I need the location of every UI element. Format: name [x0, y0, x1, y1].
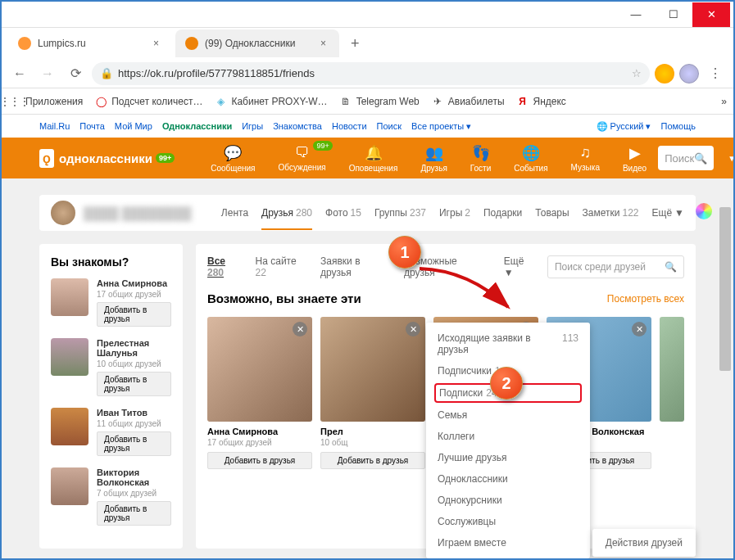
addr-bar: ← → ⟳ 🔒 https://ok.ru/profile/5777981188…: [2, 59, 733, 88]
nav-messages[interactable]: 💬Сообщения: [199, 144, 266, 173]
dismiss-icon[interactable]: ✕: [293, 322, 307, 336]
nav-discussions[interactable]: 99+🗨Обсуждения: [267, 144, 338, 172]
url-input[interactable]: 🔒 https://ok.ru/profile/577798118851/fri…: [92, 62, 650, 85]
apps-button[interactable]: ⋮⋮⋮Приложения: [8, 95, 83, 108]
bookmark-1[interactable]: ◯Подсчет количест…: [94, 95, 202, 108]
nav-video[interactable]: ▶Видео: [611, 144, 658, 173]
avatar-dropdown-icon[interactable]: ▼: [728, 154, 735, 163]
bookmark-2[interactable]: ◈Кабинет PROXY-W…: [214, 95, 327, 108]
window-close-button[interactable]: ✕: [692, 2, 730, 27]
window-minimize-button[interactable]: —: [617, 2, 655, 27]
forward-button[interactable]: →: [36, 62, 59, 85]
sug-avatar[interactable]: [51, 467, 88, 505]
back-button[interactable]: ←: [8, 62, 31, 85]
tab-friends[interactable]: Друзья280: [261, 207, 312, 230]
friend-actions-dropdown[interactable]: Действия друзей: [592, 529, 696, 557]
add-friend-button[interactable]: Добавить в друзья: [97, 372, 171, 396]
sug-avatar[interactable]: [51, 408, 88, 445]
add-friend-button[interactable]: Добавить в друзья: [320, 452, 425, 469]
nav-novosti[interactable]: Новости: [332, 121, 367, 131]
tab-games[interactable]: Игры2: [439, 207, 470, 219]
card-photo[interactable]: [660, 317, 684, 422]
lock-icon: 🔒: [100, 67, 113, 79]
dd-classmates[interactable]: Одноклассники: [426, 468, 590, 490]
friend-search-input[interactable]: Поиск среди друзей 🔍: [547, 255, 684, 278]
doc-icon: 🗎: [339, 95, 352, 108]
tab-photo[interactable]: Фото15: [325, 207, 361, 219]
tab-gifts[interactable]: Подарки: [483, 207, 522, 219]
tab-close-button[interactable]: ×: [317, 38, 329, 49]
tab-lenta[interactable]: Лента: [221, 207, 248, 219]
nav-music[interactable]: ♫Музыка: [560, 144, 611, 172]
add-friend-button[interactable]: Добавить в друзья: [97, 431, 171, 456]
ok-search-input[interactable]: Поиск 🔍: [658, 146, 714, 170]
view-all-link[interactable]: Посмотреть всех: [607, 293, 684, 305]
dd-colleagues[interactable]: Коллеги: [426, 426, 590, 447]
nav-guests[interactable]: 👣Гости: [459, 144, 502, 173]
card-photo[interactable]: ✕: [320, 317, 425, 422]
new-tab-button[interactable]: +: [343, 35, 368, 52]
dd-outgoing[interactable]: Исходящие заявки в друзья113: [426, 327, 590, 360]
reload-button[interactable]: ⟳: [64, 62, 87, 85]
ok-favicon-icon: [185, 37, 198, 50]
add-friend-button[interactable]: Добавить в друзья: [97, 501, 171, 526]
dd-play[interactable]: Играем вместе: [426, 532, 590, 553]
nav-mail[interactable]: Mail.Ru: [39, 121, 70, 131]
nav-friends[interactable]: 👥Друзья: [409, 144, 458, 173]
star-icon[interactable]: ☆: [632, 67, 642, 79]
sug-avatar[interactable]: [51, 338, 88, 376]
nav-igry[interactable]: Игры: [242, 121, 263, 131]
filter-onsite[interactable]: На сайте 22: [256, 255, 310, 278]
nav-proj[interactable]: Все проекты ▾: [411, 121, 471, 132]
menu-button[interactable]: ⋮: [704, 62, 727, 85]
sug-item: Анна Смирнова17 общих друзейДобавить в д…: [51, 278, 171, 327]
nav-notifications[interactable]: 🔔Оповещения: [338, 144, 410, 173]
dd-coworkers[interactable]: Сослуживцы: [426, 511, 590, 532]
ext-1-icon[interactable]: [655, 64, 674, 84]
search-icon: 🔍: [665, 261, 677, 273]
filter-all[interactable]: Все 280: [207, 255, 244, 278]
cube-icon: ◈: [214, 95, 227, 108]
bookmark-overflow[interactable]: »: [721, 96, 727, 107]
nav-pochta[interactable]: Почта: [79, 121, 105, 131]
color-ring-icon[interactable]: [696, 203, 712, 219]
tab-close-button[interactable]: ×: [150, 38, 162, 49]
tab-more[interactable]: Ещё ▼: [652, 207, 684, 219]
nav-help[interactable]: Помощь: [661, 121, 696, 131]
profile-avatar[interactable]: [51, 201, 75, 225]
filter-requests[interactable]: Заявки в друзья: [320, 255, 392, 278]
ok-logo[interactable]: ǫ одноклассники 99+: [39, 149, 175, 168]
page-scrollbar[interactable]: [719, 178, 731, 560]
tab-goods[interactable]: Товары: [535, 207, 569, 219]
window-maximize-button[interactable]: ☐: [655, 2, 692, 27]
nav-events[interactable]: 🌐События: [502, 144, 559, 173]
apps-icon: ⋮⋮⋮: [8, 95, 21, 108]
dd-family[interactable]: Семья: [426, 404, 590, 426]
tab-notes[interactable]: Заметки122: [583, 207, 639, 219]
profile-tabs: Лента Друзья280 Фото15 Группы237 Игры2 П…: [221, 207, 684, 219]
nav-ok[interactable]: Одноклассники: [162, 121, 232, 131]
browser-tab-ok[interactable]: (99) Одноклассники ×: [175, 29, 339, 57]
more-dropdown: Исходящие заявки в друзья113 Подписчики1…: [426, 323, 590, 558]
browser-tab-lumpics[interactable]: Lumpics.ru ×: [8, 29, 172, 57]
bookmark-3[interactable]: 🗎Telegram Web: [339, 95, 420, 108]
tab-groups[interactable]: Группы237: [374, 207, 426, 219]
scrollbar-thumb[interactable]: [719, 207, 731, 371]
nav-lang[interactable]: 🌐 Русский ▾: [597, 121, 651, 132]
add-friend-button[interactable]: Добавить в друзья: [97, 302, 171, 327]
dd-best[interactable]: Лучшие друзья: [426, 447, 590, 468]
annotation-marker-2: 2: [490, 367, 523, 400]
nav-moimir[interactable]: Мой Мир: [115, 121, 152, 131]
add-friend-button[interactable]: Добавить в друзья: [207, 452, 312, 469]
bookmark-5[interactable]: ЯЯндекс: [516, 95, 566, 108]
profile-avatar-icon[interactable]: [679, 64, 699, 84]
bookmark-4[interactable]: ✈Авиабилеты: [431, 95, 505, 108]
dismiss-icon[interactable]: ✕: [632, 322, 647, 336]
sug-avatar[interactable]: [51, 278, 88, 316]
nav-poisk[interactable]: Поиск: [377, 121, 402, 131]
dismiss-icon[interactable]: ✕: [406, 322, 420, 336]
dd-coursemates[interactable]: Однокурсники: [426, 490, 590, 511]
nav-znak[interactable]: Знакомства: [273, 121, 322, 131]
card-photo[interactable]: ✕: [207, 317, 312, 422]
suggestions-panel: Вы знакомы? Анна Смирнова17 общих друзей…: [39, 244, 183, 549]
